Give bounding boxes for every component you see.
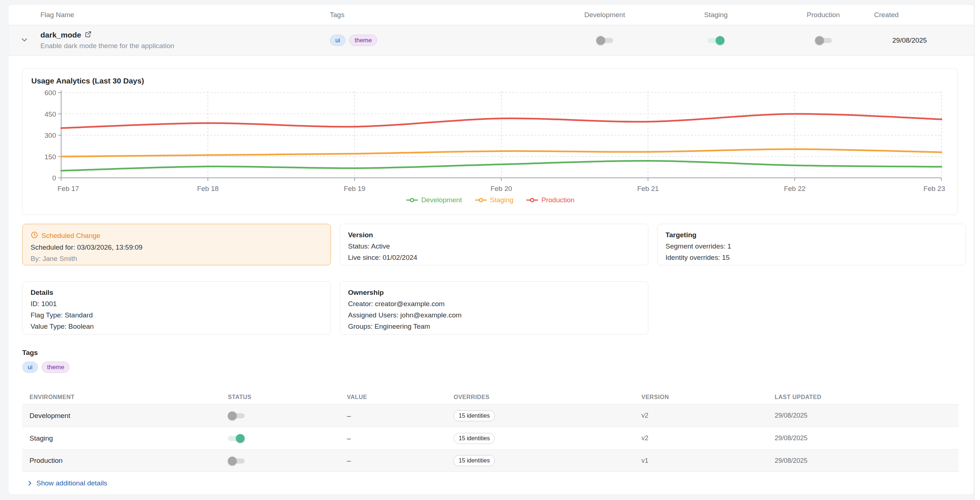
env-header-last-updated: LAST UPDATED <box>775 394 959 401</box>
svg-text:300: 300 <box>45 131 56 139</box>
env-header-overrides: OVERRIDES <box>453 394 641 401</box>
scheduled-change-title: Scheduled Change <box>41 232 100 240</box>
legend-item-production[interactable]: Production <box>526 196 574 204</box>
env-header-value: VALUE <box>347 394 453 401</box>
usage-analytics-chart: 0150300450600Feb 17Feb 18Feb 19Feb 20Feb… <box>31 88 950 195</box>
table-row-development: Development – 15 identities v2 29/08/202… <box>22 404 959 427</box>
details-card-title: Details <box>30 289 323 297</box>
chart-legend: DevelopmentStagingProduction <box>31 196 949 204</box>
tags-section: Tags ui theme <box>22 349 70 373</box>
svg-text:Feb 21: Feb 21 <box>637 185 659 192</box>
overrides-chip[interactable]: 15 identities <box>453 433 495 444</box>
svg-text:600: 600 <box>45 89 56 97</box>
version-card-title: Version <box>348 231 640 239</box>
toggle-knob <box>716 36 724 45</box>
toggle-knob <box>228 411 237 420</box>
header-tags: Tags <box>330 11 550 19</box>
tag-chip-theme[interactable]: theme <box>41 361 70 373</box>
chevron-down-icon <box>20 35 29 46</box>
clock-icon <box>30 231 38 240</box>
flag-table-header: Flag Name Tags Development Staging Produ… <box>8 5 974 25</box>
external-link-icon[interactable] <box>84 30 92 39</box>
flag-description: Enable dark mode theme for the applicati… <box>40 42 330 50</box>
created-date: 29/08/2025 <box>874 37 974 45</box>
tag-chip-ui[interactable]: ui <box>22 361 38 373</box>
overrides-chip[interactable]: 15 identities <box>453 455 495 466</box>
groups: Groups: Engineering Team <box>348 323 640 331</box>
development-toggle[interactable] <box>596 38 613 43</box>
toggle-knob <box>815 36 824 45</box>
toggle-knob <box>236 434 245 443</box>
tag-chip-ui[interactable]: ui <box>330 35 345 46</box>
table-row-staging: Staging – 15 identities v2 29/08/2025 <box>22 427 959 449</box>
environments-table: ENVIRONMENT STATUS VALUE OVERRIDES VERSI… <box>22 390 959 472</box>
chevron-right-icon <box>27 480 33 487</box>
table-row-production: Production – 15 identities v1 29/08/2025 <box>22 449 959 472</box>
header-created: Created <box>874 11 974 19</box>
assigned-users: Assigned Users: john@example.com <box>348 311 640 319</box>
header-flag-name: Flag Name <box>40 11 330 19</box>
scheduled-for-text: Scheduled for: 03/03/2026, 13:59:09 <box>30 243 323 251</box>
tags-section-title: Tags <box>22 349 70 357</box>
legend-marker-icon <box>406 198 418 203</box>
identity-overrides: Identity overrides: 15 <box>665 254 958 262</box>
env-version: v2 <box>641 435 775 442</box>
env-value: – <box>347 435 453 442</box>
env-name: Production <box>30 457 228 465</box>
legend-marker-icon <box>526 198 539 203</box>
svg-text:Feb 23: Feb 23 <box>924 185 945 192</box>
ownership-card-title: Ownership <box>348 289 640 297</box>
env-name: Staging <box>30 435 228 442</box>
env-value: – <box>347 412 453 420</box>
svg-text:0: 0 <box>52 174 56 182</box>
legend-item-development[interactable]: Development <box>406 196 462 204</box>
scheduled-change-card: Scheduled Change Scheduled for: 03/03/20… <box>22 224 331 265</box>
production-status-toggle[interactable] <box>228 458 245 463</box>
staging-toggle[interactable] <box>708 38 724 43</box>
production-toggle[interactable] <box>815 38 832 43</box>
segment-overrides: Segment overrides: 1 <box>665 242 958 250</box>
legend-item-staging[interactable]: Staging <box>474 196 513 204</box>
svg-text:Feb 18: Feb 18 <box>197 185 218 192</box>
scrollbar-track[interactable] <box>974 0 980 500</box>
details-card: Details ID: 1001 Flag Type: Standard Val… <box>22 281 331 335</box>
tag-chip-theme[interactable]: theme <box>349 35 377 46</box>
svg-text:Feb 17: Feb 17 <box>57 185 79 192</box>
overrides-chip[interactable]: 15 identities <box>453 411 495 421</box>
svg-text:Feb 19: Feb 19 <box>344 185 365 192</box>
show-additional-details-link[interactable]: Show additional details <box>27 479 107 487</box>
toggle-knob <box>596 36 605 45</box>
flag-type: Flag Type: Standard <box>30 311 323 319</box>
environments-table-header: ENVIRONMENT STATUS VALUE OVERRIDES VERSI… <box>22 390 959 404</box>
env-value: – <box>347 457 453 465</box>
version-live-since: Live since: 01/02/2024 <box>348 254 640 262</box>
header-development: Development <box>584 11 625 19</box>
env-last-updated: 29/08/2025 <box>775 412 959 420</box>
show-additional-details-label: Show additional details <box>37 479 107 487</box>
development-status-toggle[interactable] <box>228 413 245 419</box>
env-header-version: VERSION <box>641 394 775 401</box>
flag-detail-panel: Flag Name Tags Development Staging Produ… <box>8 4 974 495</box>
env-version: v1 <box>641 457 775 465</box>
header-production: Production <box>807 11 840 19</box>
header-staging: Staging <box>704 11 727 19</box>
expand-collapse-button[interactable] <box>20 35 29 46</box>
env-version: v2 <box>641 412 775 420</box>
scheduled-by-text: By: Jane Smith <box>30 255 323 263</box>
usage-analytics-card: Usage Analytics (Last 30 Days) 015030045… <box>22 68 958 215</box>
value-type: Value Type: Boolean <box>30 323 323 331</box>
version-card: Version Status: Active Live since: 01/02… <box>340 224 648 265</box>
chart-title: Usage Analytics (Last 30 Days) <box>31 77 949 85</box>
creator: Creator: creator@example.com <box>348 300 640 308</box>
ownership-card: Ownership Creator: creator@example.com A… <box>340 281 648 335</box>
flag-id: ID: 1001 <box>30 300 323 308</box>
svg-text:Feb 22: Feb 22 <box>784 185 805 192</box>
env-header-status: STATUS <box>228 394 347 401</box>
flag-name: dark_mode <box>40 30 81 39</box>
env-name: Development <box>30 412 228 420</box>
staging-status-toggle[interactable] <box>228 436 245 441</box>
version-status: Status: Active <box>348 242 640 250</box>
toggle-knob <box>228 457 237 465</box>
targeting-card: Targeting Segment overrides: 1 Identity … <box>657 224 966 265</box>
env-last-updated: 29/08/2025 <box>775 457 959 465</box>
